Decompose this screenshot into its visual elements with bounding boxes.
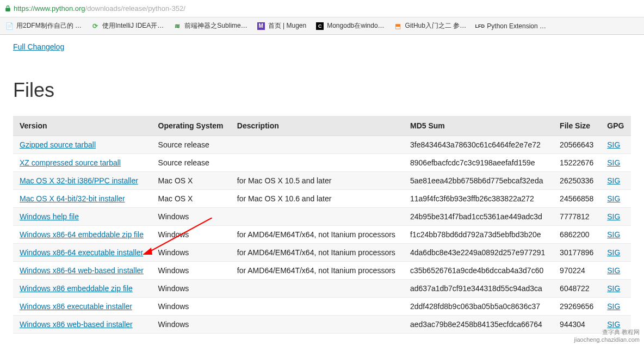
- mugen-icon: M: [257, 22, 265, 30]
- version-link[interactable]: Gzipped source tarball: [20, 140, 96, 149]
- url-path: /downloads/release/python-352/: [85, 4, 185, 13]
- table-row: Gzipped source tarballSource release3fe8…: [13, 136, 631, 154]
- address-bar[interactable]: https://www.python.org/downloads/release…: [0, 0, 644, 17]
- github-icon: ⬒: [394, 22, 402, 30]
- desc-cell: [231, 298, 404, 316]
- table-row: Windows x86 embeddable zip fileWindowsad…: [13, 280, 631, 298]
- table-row: Windows help fileWindows24b95be314f7bad1…: [13, 208, 631, 226]
- desc-cell: [231, 154, 404, 172]
- size-cell: 7777812: [553, 208, 600, 226]
- table-row: Mac OS X 32-bit i386/PPC installerMac OS…: [13, 172, 631, 190]
- version-link[interactable]: Windows x86-64 embeddable zip file: [20, 230, 144, 239]
- table-row: Windows x86 web-based installerWindowsae…: [13, 316, 631, 334]
- size-cell: 15222676: [553, 154, 600, 172]
- th-size: File Size: [553, 116, 600, 136]
- md5-cell: ad637a1db7cf91e344318d55c94ad3ca: [404, 280, 553, 298]
- desc-cell: [231, 208, 404, 226]
- gpg-link[interactable]: SIG: [607, 320, 620, 329]
- md5-cell: 11a9f4fc3f6b93e3ffb26c383822a272: [404, 190, 553, 208]
- lfd-icon: LFD: [476, 22, 484, 30]
- bookmark-item[interactable]: M首页 | Mugen: [257, 21, 306, 30]
- desc-cell: for Mac OS X 10.6 and later: [231, 190, 404, 208]
- version-link[interactable]: Windows x86 web-based installer: [20, 320, 133, 329]
- os-cell: Windows: [152, 244, 231, 262]
- table-row: Windows x86-64 web-based installerWindow…: [13, 262, 631, 280]
- th-version: Version: [13, 116, 152, 136]
- os-cell: Source release: [152, 136, 231, 154]
- watermark-line2: jiaocheng.chazidian.com: [574, 336, 640, 343]
- md5-cell: 3fe8434643a78630c61c6464fe2e7e72: [404, 136, 553, 154]
- gpg-link[interactable]: SIG: [607, 158, 620, 167]
- lock-icon: [4, 5, 11, 12]
- bookmark-label: 首页 | Mugen: [268, 21, 306, 30]
- os-cell: Windows: [152, 316, 231, 334]
- os-cell: Mac OS X: [152, 190, 231, 208]
- md5-cell: f1c24bb78bd6dd792a73d5ebfbd3b20e: [404, 226, 553, 244]
- version-link[interactable]: Mac OS X 64-bit/32-bit installer: [20, 194, 125, 203]
- changelog-link[interactable]: Full Changelog: [13, 42, 64, 51]
- table-row: XZ compressed source tarballSource relea…: [13, 154, 631, 172]
- bookmark-label: Python Extension …: [487, 22, 546, 30]
- gpg-link[interactable]: SIG: [607, 248, 620, 257]
- desc-cell: for AMD64/EM64T/x64, not Itanium process…: [231, 226, 404, 244]
- version-link[interactable]: Windows help file: [20, 212, 79, 221]
- desc-cell: for Mac OS X 10.5 and later: [231, 172, 404, 190]
- md5-cell: 24b95be314f7bad1cc5361ae449adc3d: [404, 208, 553, 226]
- watermark: 查字典 教程网 jiaocheng.chazidian.com: [574, 328, 640, 343]
- version-link[interactable]: Windows x86-64 executable installer: [20, 248, 143, 257]
- version-link[interactable]: Mac OS X 32-bit i386/PPC installer: [20, 176, 138, 185]
- desc-cell: [231, 280, 404, 298]
- version-link[interactable]: Windows x86 executable installer: [20, 302, 132, 311]
- gpg-link[interactable]: SIG: [607, 284, 620, 293]
- th-desc: Description: [231, 116, 404, 136]
- gpg-link[interactable]: SIG: [607, 140, 620, 149]
- size-cell: 30177896: [553, 244, 600, 262]
- version-link[interactable]: Windows x86 embeddable zip file: [20, 284, 133, 293]
- bookmark-item[interactable]: ⟳使用IntelliJ IDEA开…: [91, 21, 164, 30]
- th-gpg: GPG: [600, 116, 631, 136]
- bookmark-item[interactable]: ⬒GitHub入门之二 参…: [394, 21, 467, 30]
- table-row: Windows x86-64 executable installerWindo…: [13, 244, 631, 262]
- bookmark-item[interactable]: ≋前端神器之Sublime…: [174, 21, 247, 30]
- os-cell: Source release: [152, 154, 231, 172]
- page-icon: 📄: [5, 22, 13, 30]
- desc-cell: for AMD64/EM64T/x64, not Itanium process…: [231, 262, 404, 280]
- gpg-link[interactable]: SIG: [607, 212, 620, 221]
- md5-cell: 8906efbacfcdc7c3c9198aeefafd159e: [404, 154, 553, 172]
- desc-cell: for AMD64/EM64T/x64, not Itanium process…: [231, 244, 404, 262]
- size-cell: 970224: [553, 262, 600, 280]
- size-cell: 6048722: [553, 280, 600, 298]
- version-link[interactable]: Windows x86-64 web-based installer: [20, 266, 144, 275]
- md5-cell: aed3ac79b8e2458b84135ecfdca66764: [404, 316, 553, 334]
- size-cell: 20566643: [553, 136, 600, 154]
- mongo-icon: C: [316, 22, 324, 30]
- bookmark-item[interactable]: 📄用2DFM制作自己的 …: [5, 21, 82, 30]
- size-cell: 24566858: [553, 190, 600, 208]
- gpg-link[interactable]: SIG: [607, 302, 620, 311]
- table-header-row: Version Operating System Description MD5…: [13, 116, 631, 136]
- files-table: Version Operating System Description MD5…: [13, 116, 631, 334]
- md5-cell: 4da6dbc8e43e2249a0892d257e977291: [404, 244, 553, 262]
- refresh-icon: ⟳: [91, 22, 99, 30]
- url-host: https://www.python.org: [14, 4, 85, 13]
- gpg-link[interactable]: SIG: [607, 230, 620, 239]
- th-md5: MD5 Sum: [404, 116, 553, 136]
- bookmarks-bar: 📄用2DFM制作自己的 … ⟳使用IntelliJ IDEA开… ≋前端神器之S…: [0, 17, 644, 35]
- size-cell: 6862200: [553, 226, 600, 244]
- bookmark-item[interactable]: LFDPython Extension …: [476, 22, 546, 30]
- bookmark-item[interactable]: CMongodb在windo…: [316, 21, 384, 30]
- desc-cell: [231, 136, 404, 154]
- os-cell: Mac OS X: [152, 172, 231, 190]
- os-cell: Windows: [152, 208, 231, 226]
- md5-cell: c35b6526761a9cde4b6dccab4a3d7c60: [404, 262, 553, 280]
- gpg-link[interactable]: SIG: [607, 194, 620, 203]
- page-content: Full Changelog Files Version Operating S…: [0, 35, 644, 345]
- os-cell: Windows: [152, 262, 231, 280]
- bookmark-label: Mongodb在windo…: [327, 21, 384, 30]
- version-link[interactable]: XZ compressed source tarball: [20, 158, 121, 167]
- table-row: Mac OS X 64-bit/32-bit installerMac OS X…: [13, 190, 631, 208]
- os-cell: Windows: [152, 298, 231, 316]
- gpg-link[interactable]: SIG: [607, 176, 620, 185]
- gpg-link[interactable]: SIG: [607, 266, 620, 275]
- size-cell: 29269656: [553, 298, 600, 316]
